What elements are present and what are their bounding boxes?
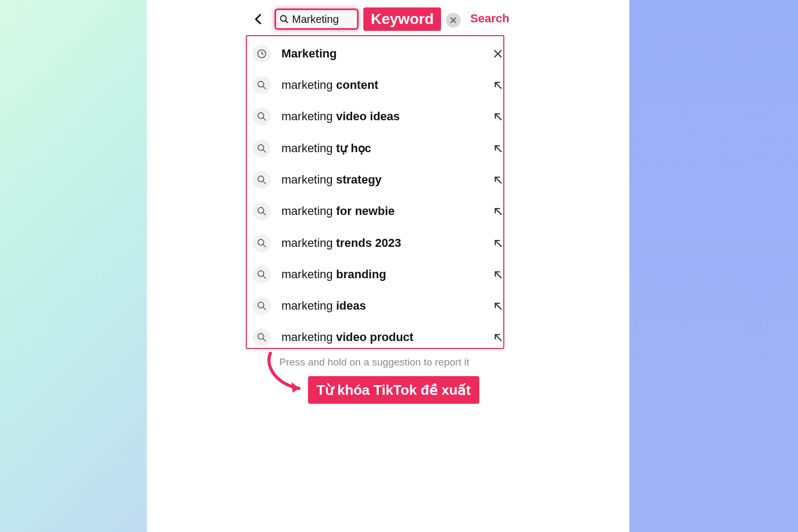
svg-point-8: [258, 81, 264, 87]
suggestion-text: marketing for newbie: [281, 204, 395, 218]
search-query-text: Marketing: [292, 13, 339, 26]
search-icon: [253, 202, 271, 220]
suggestion-text: marketing content: [281, 78, 378, 92]
search-icon: [253, 234, 271, 252]
search-icon: [253, 297, 271, 315]
svg-point-20: [258, 207, 264, 213]
svg-line-9: [263, 87, 266, 89]
search-icon: [253, 328, 271, 346]
search-icon: [253, 265, 271, 284]
svg-line-10: [495, 82, 501, 88]
search-topbar: Marketing Keyword Search: [207, 4, 549, 33]
svg-line-1: [286, 21, 288, 23]
suggestion-row[interactable]: marketing content: [207, 70, 549, 101]
suggestion-row[interactable]: marketing strategy: [207, 164, 549, 195]
svg-line-28: [495, 272, 501, 278]
svg-line-18: [263, 181, 266, 184]
svg-point-29: [258, 302, 264, 308]
frame-gap-left: [147, 0, 207, 532]
search-icon: [253, 171, 271, 189]
svg-line-13: [495, 114, 501, 120]
svg-line-19: [495, 177, 501, 183]
background-gradient-right: [629, 0, 798, 532]
insert-suggestion-button[interactable]: [492, 268, 504, 281]
back-button[interactable]: [251, 12, 266, 27]
insert-suggestion-button[interactable]: [492, 237, 504, 250]
suggestion-row[interactable]: Marketing: [207, 38, 549, 69]
suggestion-text: marketing video product: [281, 330, 413, 344]
svg-point-26: [258, 271, 264, 277]
keyword-annotation-badge: Keyword: [363, 7, 441, 31]
svg-line-24: [263, 245, 266, 247]
suggestion-text: marketing branding: [281, 268, 386, 281]
suggestion-row[interactable]: marketing video product: [207, 322, 549, 353]
suggestion-row[interactable]: marketing ideas: [207, 290, 549, 321]
search-icon: [253, 107, 271, 126]
svg-point-14: [258, 145, 264, 151]
suggestion-text: marketing strategy: [281, 173, 381, 187]
svg-point-11: [258, 113, 264, 119]
phone-screen: Marketing Keyword Search Press and hold …: [207, 0, 549, 532]
svg-line-25: [495, 240, 501, 246]
svg-line-21: [263, 213, 266, 215]
svg-line-16: [495, 146, 501, 152]
search-icon: [253, 139, 271, 157]
insert-suggestion-button[interactable]: [492, 110, 504, 123]
insert-suggestion-button[interactable]: [492, 300, 504, 312]
suggestion-row[interactable]: marketing for newbie: [207, 196, 549, 227]
suggestion-row[interactable]: marketing trends 2023: [207, 228, 549, 259]
insert-suggestion-button[interactable]: [492, 173, 504, 186]
suggestion-text: Marketing: [281, 47, 337, 61]
svg-line-31: [495, 303, 501, 309]
svg-line-30: [263, 307, 266, 310]
clear-search-button[interactable]: [446, 13, 461, 28]
suggestion-row[interactable]: marketing video ideas: [207, 101, 549, 132]
insert-suggestion-button[interactable]: [492, 142, 504, 155]
svg-point-0: [280, 15, 286, 21]
insert-suggestion-button[interactable]: [492, 79, 504, 92]
frame-gap-right: [549, 0, 629, 532]
svg-line-34: [495, 335, 501, 340]
remove-suggestion-button[interactable]: [492, 47, 504, 60]
suggestion-text: marketing trends 2023: [281, 236, 401, 250]
suggestion-row[interactable]: marketing tự học: [207, 133, 549, 164]
curved-arrow-annotation: [261, 347, 314, 400]
clock-icon: [253, 45, 271, 63]
svg-point-32: [258, 334, 264, 339]
svg-line-22: [495, 209, 501, 214]
svg-point-23: [258, 239, 264, 245]
suggestion-text: marketing video ideas: [281, 110, 400, 123]
suggestion-text: marketing tự học: [281, 142, 371, 155]
svg-line-12: [263, 118, 266, 121]
svg-point-17: [258, 176, 264, 182]
search-input[interactable]: Marketing: [275, 9, 359, 30]
svg-line-27: [263, 276, 266, 279]
svg-line-15: [263, 150, 266, 153]
svg-line-33: [263, 339, 266, 342]
search-icon: [279, 14, 289, 24]
search-icon: [253, 76, 271, 94]
chevron-left-icon: [254, 13, 263, 26]
suggestion-row[interactable]: marketing branding: [207, 259, 549, 290]
insert-suggestion-button[interactable]: [492, 331, 504, 344]
search-button[interactable]: Search: [470, 12, 509, 26]
close-icon: [450, 16, 457, 24]
suggested-keywords-callout: Từ khóa TikTok đề xuất: [308, 376, 479, 404]
suggestion-text: marketing ideas: [281, 299, 366, 313]
insert-suggestion-button[interactable]: [492, 205, 504, 218]
